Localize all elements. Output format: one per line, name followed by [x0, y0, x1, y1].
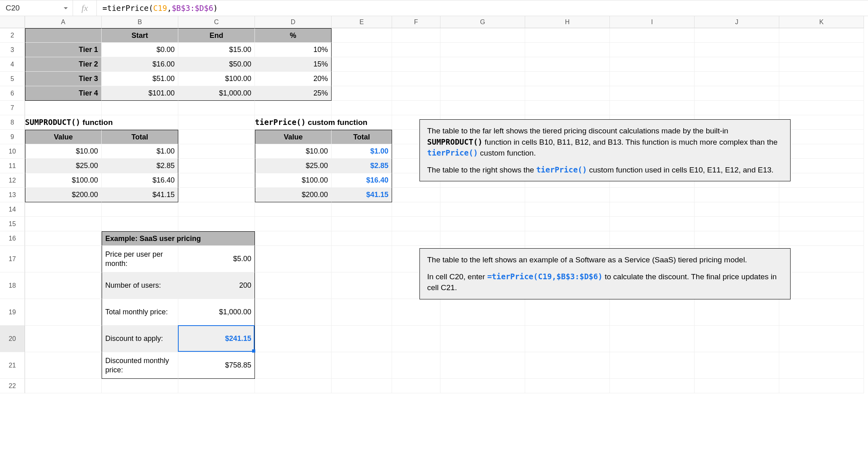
cell-B9[interactable]: Total — [102, 130, 178, 144]
cell-C15[interactable] — [178, 217, 255, 231]
col-header-B[interactable]: B — [102, 16, 178, 28]
cell-K16[interactable] — [779, 231, 864, 246]
cell-B4[interactable]: $16.00 — [102, 57, 178, 72]
col-header-I[interactable]: I — [610, 16, 695, 28]
cell-B17[interactable]: Price per user per month: — [102, 246, 178, 272]
col-header-D[interactable]: D — [255, 16, 332, 28]
cell-E2[interactable] — [332, 28, 392, 43]
cell-E14[interactable] — [332, 202, 392, 217]
cell-C6[interactable]: $1,000.00 — [178, 86, 255, 101]
cell-K12[interactable] — [779, 173, 864, 188]
cell-I6[interactable] — [610, 86, 695, 101]
cell-E5[interactable] — [332, 72, 392, 86]
cell-D9[interactable]: Value — [255, 130, 332, 144]
cell-B19[interactable]: Total monthly price: — [102, 299, 178, 326]
cell-J2[interactable] — [695, 28, 779, 43]
cell-J22[interactable] — [695, 379, 779, 393]
cell-B21[interactable]: Discounted monthly price: — [102, 352, 178, 379]
cell-H3[interactable] — [525, 43, 610, 57]
cell-G3[interactable] — [440, 43, 525, 57]
cell-A22[interactable] — [25, 379, 102, 393]
cell-C2[interactable]: End — [178, 28, 255, 43]
cell-A18[interactable] — [25, 272, 102, 299]
cell-C14[interactable] — [178, 202, 255, 217]
chevron-down-icon[interactable] — [64, 7, 68, 9]
cell-J19[interactable] — [695, 299, 779, 326]
col-header-A[interactable]: A — [25, 16, 102, 28]
cell-E4[interactable] — [332, 57, 392, 72]
cell-G7[interactable] — [440, 101, 525, 115]
cell-E21[interactable] — [332, 352, 392, 379]
cell-A15[interactable] — [25, 217, 102, 231]
cell-G6[interactable] — [440, 86, 525, 101]
cell-C10[interactable] — [178, 144, 255, 159]
cell-A13[interactable]: $200.00 — [25, 188, 102, 202]
cell-C7[interactable] — [178, 101, 255, 115]
cell-D22[interactable] — [255, 379, 332, 393]
col-header-C[interactable]: C — [178, 16, 255, 28]
cell-C19[interactable]: $1,000.00 — [178, 299, 255, 326]
cell-G5[interactable] — [440, 72, 525, 86]
cell-G2[interactable] — [440, 28, 525, 43]
row-header-18[interactable]: 18 — [0, 272, 25, 299]
cell-F14[interactable] — [392, 202, 440, 217]
cell-I13[interactable] — [610, 188, 695, 202]
cell-C21[interactable]: $758.85 — [178, 352, 255, 379]
col-header-G[interactable]: G — [440, 16, 525, 28]
row-header-21[interactable]: 21 — [0, 352, 25, 379]
row-header-16[interactable]: 16 — [0, 231, 25, 246]
row-header-15[interactable]: 15 — [0, 217, 25, 231]
cell-F7[interactable] — [392, 101, 440, 115]
cell-B10[interactable]: $1.00 — [102, 144, 178, 159]
cell-K5[interactable] — [779, 72, 864, 86]
cell-K14[interactable] — [779, 202, 864, 217]
cell-A16[interactable] — [25, 231, 102, 246]
row-header-20[interactable]: 20 — [0, 326, 25, 352]
cell-K4[interactable] — [779, 57, 864, 72]
name-box[interactable]: C20 — [0, 0, 73, 16]
cell-B16[interactable]: Example: SaaS user pricing — [102, 231, 255, 246]
cell-A17[interactable] — [25, 246, 102, 272]
cell-E6[interactable] — [332, 86, 392, 101]
cell-A14[interactable] — [25, 202, 102, 217]
cell-B20[interactable]: Discount to apply: — [102, 326, 178, 352]
cell-K18[interactable] — [779, 272, 864, 299]
row-header-22[interactable]: 22 — [0, 379, 25, 393]
cell-J5[interactable] — [695, 72, 779, 86]
col-header-K[interactable]: K — [779, 16, 864, 28]
cell-D5[interactable]: 20% — [255, 72, 332, 86]
cell-B22[interactable] — [102, 379, 178, 393]
cell-D7[interactable] — [255, 101, 332, 115]
cell-I3[interactable] — [610, 43, 695, 57]
cell-E13[interactable]: $41.15 — [332, 188, 392, 202]
cell-C12[interactable] — [178, 173, 255, 188]
row-header-9[interactable]: 9 — [0, 130, 25, 144]
cell-E10[interactable]: $1.00 — [332, 144, 392, 159]
cell-F4[interactable] — [392, 57, 440, 72]
cell-H20[interactable] — [525, 326, 610, 352]
cell-E3[interactable] — [332, 43, 392, 57]
row-header-2[interactable]: 2 — [0, 28, 25, 43]
cell-K13[interactable] — [779, 188, 864, 202]
cell-K22[interactable] — [779, 379, 864, 393]
cell-K17[interactable] — [779, 246, 864, 272]
cell-I7[interactable] — [610, 101, 695, 115]
cell-C11[interactable] — [178, 159, 255, 173]
row-header-14[interactable]: 14 — [0, 202, 25, 217]
cell-A12[interactable]: $100.00 — [25, 173, 102, 188]
cell-A5[interactable]: Tier 3 — [25, 72, 102, 86]
cell-G19[interactable] — [440, 299, 525, 326]
cell-K10[interactable] — [779, 144, 864, 159]
formula-input[interactable]: = tierPrice( C19 , $B$3:$D$6 ) — [97, 0, 868, 16]
cell-D16[interactable] — [255, 231, 332, 246]
cell-C13[interactable] — [178, 188, 255, 202]
cell-A2[interactable] — [25, 28, 102, 43]
cell-G14[interactable] — [440, 202, 525, 217]
cell-I20[interactable] — [610, 326, 695, 352]
cell-A21[interactable] — [25, 352, 102, 379]
select-all-corner[interactable] — [0, 16, 25, 28]
cell-B5[interactable]: $51.00 — [102, 72, 178, 86]
row-header-4[interactable]: 4 — [0, 57, 25, 72]
cell-C5[interactable]: $100.00 — [178, 72, 255, 86]
cell-K20[interactable] — [779, 326, 864, 352]
